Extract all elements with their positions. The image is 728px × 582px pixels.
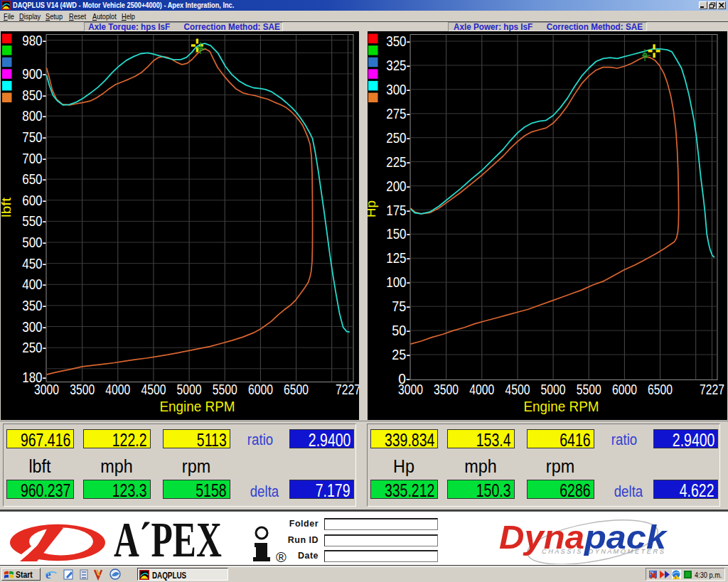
svg-text:3000: 3000: [398, 382, 423, 397]
svg-text:3000: 3000: [34, 382, 59, 397]
svg-text:4500: 4500: [505, 382, 530, 397]
svg-text:800-: 800-: [22, 107, 46, 124]
svg-text:250-: 250-: [22, 339, 46, 355]
svg-text:50-: 50-: [392, 322, 410, 338]
svg-text:700-: 700-: [22, 150, 46, 166]
svg-text:5500: 5500: [577, 382, 601, 397]
svg-text:4000: 4000: [105, 382, 130, 397]
svg-text:25-: 25-: [392, 346, 410, 362]
svg-text:6000: 6000: [612, 382, 637, 397]
svg-text:!: !: [675, 576, 676, 580]
svg-text:600-: 600-: [22, 192, 46, 208]
svg-text:6500: 6500: [648, 382, 673, 397]
svg-text:400-: 400-: [22, 276, 46, 292]
svg-text:550-: 550-: [22, 212, 46, 229]
svg-text:lbft: lbft: [1, 197, 14, 217]
svg-text:150-: 150-: [386, 225, 410, 242]
svg-text:7227: 7227: [700, 382, 724, 397]
svg-text:75-: 75-: [392, 298, 410, 314]
svg-text:200-: 200-: [386, 178, 410, 194]
svg-text:6500: 6500: [284, 382, 309, 397]
svg-text:275-: 275-: [386, 105, 410, 122]
svg-text:980-: 980-: [22, 32, 46, 48]
svg-text:Engine RPM: Engine RPM: [524, 399, 599, 414]
svg-text:175-: 175-: [386, 202, 410, 218]
svg-text:650-: 650-: [22, 171, 46, 187]
svg-text:350-: 350-: [386, 33, 410, 49]
svg-text:5000: 5000: [177, 382, 202, 397]
svg-text:4000: 4000: [469, 382, 494, 397]
svg-text:Engine RPM: Engine RPM: [160, 399, 235, 414]
svg-text:5500: 5500: [213, 382, 237, 397]
svg-text:750-: 750-: [22, 129, 46, 145]
svg-text:6000: 6000: [248, 382, 273, 397]
svg-text:C H A S S I S D Y N A M O M: C H A S S I S D Y N A M O M E T E R S: [542, 548, 664, 555]
svg-text:5000: 5000: [541, 382, 566, 397]
svg-text:225-: 225-: [386, 153, 410, 170]
svg-text:7227: 7227: [336, 382, 359, 397]
svg-text:100-: 100-: [386, 274, 410, 290]
svg-text:450-: 450-: [22, 255, 46, 271]
svg-text:500-: 500-: [22, 234, 46, 250]
svg-text:4500: 4500: [141, 382, 166, 397]
svg-text:Hp: Hp: [368, 200, 378, 217]
svg-text:350-: 350-: [22, 297, 46, 313]
svg-text:125-: 125-: [386, 249, 410, 266]
svg-text:850-: 850-: [22, 87, 46, 103]
svg-text:250-: 250-: [386, 129, 410, 146]
svg-text:900-: 900-: [22, 65, 46, 82]
svg-text:3500: 3500: [434, 382, 459, 397]
svg-text:325-: 325-: [386, 57, 410, 73]
svg-text:300-: 300-: [386, 81, 410, 97]
svg-text:300-: 300-: [22, 318, 46, 335]
svg-text:3500: 3500: [70, 382, 95, 397]
